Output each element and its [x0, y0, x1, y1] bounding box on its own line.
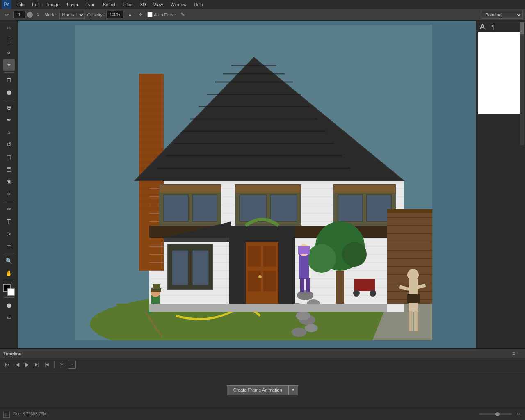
svg-rect-119	[414, 311, 418, 331]
opacity-icon: ▲	[126, 11, 134, 19]
svg-point-115	[407, 269, 419, 281]
menu-filter[interactable]: Filter	[119, 1, 136, 8]
brush-size-box: ⚙	[13, 11, 42, 19]
svg-rect-14	[139, 135, 164, 138]
hand-tool[interactable]: ✋	[3, 267, 15, 279]
brush-settings-icon[interactable]: ⚙	[34, 11, 42, 19]
mode-label: Mode:	[44, 12, 57, 17]
menu-bar: Ps File Edit Image Layer Type Select Fil…	[0, 0, 525, 9]
tl-sep-1	[54, 361, 55, 368]
gradient-tool[interactable]: ▤	[3, 163, 15, 175]
path-select-tool[interactable]: ▷	[3, 228, 15, 239]
svg-rect-8	[139, 95, 164, 98]
timeline-controls: ⏮ ◀ ▶ ▶| |◀ ✂ ↔	[0, 358, 525, 371]
marquee-tool[interactable]: ⬚	[3, 34, 15, 46]
type-tool[interactable]: T	[3, 215, 15, 227]
right-scrollbar[interactable]	[520, 22, 524, 145]
timeline-header: Timeline ≡ —	[0, 349, 525, 358]
house-scene-svg	[75, 25, 432, 340]
create-frame-animation-btn[interactable]: Create Frame Animation	[227, 385, 288, 395]
quick-select-tool[interactable]: ✦	[3, 59, 15, 71]
character-tool-icon: A	[478, 22, 487, 31]
create-frame-animation-group: Create Frame Animation ▼	[227, 385, 298, 395]
zoom-tool[interactable]: 🔍	[3, 255, 15, 267]
paragraph-icon: ¶	[488, 22, 498, 31]
last-frame-btn[interactable]: |◀	[43, 361, 51, 369]
opacity-label: Opacity:	[87, 12, 104, 17]
tool-separator-5	[4, 281, 14, 281]
svg-rect-106	[300, 278, 304, 292]
svg-rect-6	[139, 82, 164, 85]
canvas-area[interactable]	[18, 21, 476, 348]
timeline-header-controls: ≡ —	[512, 351, 522, 356]
timeline-collapse-icon[interactable]: —	[517, 351, 522, 356]
svg-rect-105	[298, 246, 310, 254]
menu-window[interactable]: Window	[167, 1, 189, 8]
lasso-tool[interactable]: ⌀	[3, 47, 15, 58]
scissors-btn[interactable]: ✂	[58, 361, 66, 369]
zoom-slider[interactable]	[479, 413, 512, 415]
first-frame-btn[interactable]: ⏮	[3, 361, 11, 369]
play-btn[interactable]: ▶	[23, 361, 31, 369]
eraser-tool[interactable]: ◻	[3, 151, 15, 162]
tool-separator-1	[4, 72, 14, 73]
svg-point-91	[258, 275, 262, 278]
clone-tool[interactable]: ⌂	[3, 126, 15, 138]
quick-mask-tool[interactable]: ⬤	[3, 299, 15, 311]
mode-select[interactable]: Normal	[59, 11, 85, 19]
brush-preview	[27, 12, 33, 18]
workspace-select[interactable]: Painting	[482, 11, 523, 19]
doc-size: Doc: 8.79M/8.79M	[13, 412, 47, 416]
menu-view[interactable]: View	[150, 1, 167, 8]
menu-layer[interactable]: Layer	[64, 1, 82, 8]
svg-rect-124	[149, 304, 387, 312]
prev-frame-btn[interactable]: ◀	[13, 361, 21, 369]
svg-rect-64	[338, 195, 363, 221]
svg-point-99	[292, 328, 306, 337]
shape-tool[interactable]: ▭	[3, 240, 15, 251]
brush-size-input[interactable]	[13, 11, 25, 18]
create-frame-animation-dropdown[interactable]: ▼	[288, 385, 298, 395]
blur-tool[interactable]: ◉	[3, 176, 15, 187]
page-icon: ⬚	[3, 411, 10, 418]
svg-point-96	[297, 290, 313, 300]
menu-3d[interactable]: 3D	[137, 1, 149, 8]
crop-tool[interactable]: ⊡	[3, 74, 15, 86]
next-frame-btn[interactable]: ▶|	[33, 361, 41, 369]
menu-edit[interactable]: Edit	[29, 1, 43, 8]
svg-point-94	[342, 242, 367, 267]
screen-mode[interactable]: ▭	[3, 312, 15, 323]
move-tool[interactable]: ↔	[3, 22, 15, 34]
auto-erase-checkbox[interactable]	[147, 12, 153, 17]
zoom-slider-thumb[interactable]	[495, 412, 500, 416]
menu-file[interactable]: File	[14, 1, 28, 8]
right-scrollbar-thumb[interactable]	[520, 22, 524, 34]
convert-btn[interactable]: ↔	[68, 361, 76, 369]
svg-rect-57	[192, 195, 217, 221]
tool-separator-4	[4, 253, 14, 253]
pen-tool[interactable]: ✏	[3, 203, 15, 215]
svg-rect-103	[299, 254, 309, 279]
timeline-panel: Timeline ≡ — ⏮ ◀ ▶ ▶| |◀ ✂ ↔ Create Fram…	[0, 348, 525, 420]
menu-image[interactable]: Image	[44, 1, 63, 8]
brush-tool[interactable]: ✒	[3, 114, 15, 126]
menu-help[interactable]: Help	[191, 1, 207, 8]
history-brush-tool[interactable]: ↺	[3, 139, 15, 150]
pencil-tool-icon: ✏	[2, 11, 11, 19]
auto-erase-label: Auto Erase	[147, 12, 176, 17]
healing-tool[interactable]: ⊕	[3, 102, 15, 113]
svg-rect-83	[172, 250, 188, 285]
svg-rect-59	[235, 185, 301, 193]
background-color[interactable]	[7, 288, 15, 296]
opacity-input[interactable]	[106, 11, 123, 18]
menu-select[interactable]: Select	[100, 1, 119, 8]
color-swatches[interactable]	[3, 284, 15, 296]
right-panel: A ¶	[476, 21, 525, 348]
svg-rect-84	[192, 250, 209, 285]
eyedropper-tool[interactable]: ⬤	[3, 87, 15, 98]
svg-rect-120	[407, 294, 420, 303]
menu-type[interactable]: Type	[82, 1, 99, 8]
timeline-menu-icon[interactable]: ≡	[512, 351, 515, 356]
dodge-tool[interactable]: ○	[3, 188, 15, 199]
svg-rect-60	[240, 195, 266, 221]
